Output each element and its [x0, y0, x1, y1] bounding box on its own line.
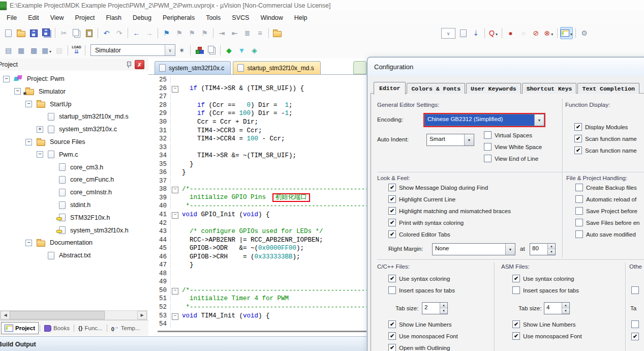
tree-item[interactable]: −Documentation — [0, 237, 93, 249]
tree-item[interactable]: system_stm32f10x.h — [0, 224, 129, 237]
checkbox-insert-spaces-for-tabs[interactable]: Insert spaces for tabs — [388, 284, 455, 296]
spin-up-icon[interactable] — [562, 303, 569, 308]
scrollbar-thumb[interactable] — [10, 311, 105, 319]
panel-tab-temp[interactable]: 0Temp... — [108, 323, 143, 334]
menu-edit[interactable]: Edit — [22, 12, 45, 23]
tree-item[interactable]: −StartUp — [0, 98, 71, 110]
quick-search-icon[interactable]: Q — [487, 27, 499, 39]
insert-bookmark-icon[interactable]: ⚑ — [161, 27, 172, 39]
pack-installer-icon[interactable]: ◆ — [223, 45, 235, 56]
checked-checkbox-icon[interactable] — [574, 147, 582, 154]
tree-item[interactable]: +system_stm32f10x.c — [0, 123, 117, 135]
other-files-checkbox[interactable] — [631, 318, 639, 330]
stop-build-icon[interactable]: ▨ — [53, 45, 65, 56]
checkbox-highlight-current-line[interactable]: Highlight Current Line — [388, 193, 511, 205]
uncomment-icon[interactable]: ≡ — [254, 27, 266, 39]
checked-checkbox-icon[interactable] — [512, 275, 520, 282]
collapse-icon[interactable]: − — [3, 76, 10, 82]
checked-checkbox-icon[interactable] — [574, 123, 582, 131]
tree-item[interactable]: −Project: Pwm — [0, 73, 65, 85]
find-text-icon[interactable] — [457, 27, 469, 39]
spin-down-icon[interactable] — [548, 249, 555, 255]
fold-collapse-icon[interactable]: − — [172, 313, 178, 320]
next-bookmark-icon[interactable]: ⚑ — [186, 27, 198, 39]
checkbox-automatic-reload-of[interactable]: Automatic reload of — [575, 193, 639, 205]
dialog-tab-text-completion[interactable]: Text Completion — [577, 83, 639, 94]
checked-checkbox-icon[interactable] — [388, 230, 396, 238]
close-icon[interactable]: ✗ — [135, 60, 144, 69]
collapse-icon[interactable]: − — [14, 88, 21, 95]
dialog-tab-user-keywords[interactable]: User Keywords — [466, 83, 521, 94]
editor-tab-startup-stm32f10x-md-s[interactable]: startup_stm32f10x_md.s — [233, 61, 320, 74]
clear-bookmarks-icon[interactable]: ⚑ — [199, 27, 210, 39]
collapse-icon[interactable]: − — [25, 139, 32, 145]
cpp-tab-size-spinner[interactable]: 2 — [422, 302, 448, 314]
unchecked-checkbox-icon[interactable] — [631, 320, 639, 328]
chevron-down-icon[interactable] — [165, 45, 175, 55]
right-margin-combobox[interactable]: None — [432, 243, 515, 255]
unchecked-checkbox-icon[interactable] — [484, 131, 492, 139]
download-icon[interactable] — [71, 45, 82, 56]
checkbox-show-line-numbers[interactable]: Show Line Numbers — [388, 318, 458, 330]
tree-item[interactable]: startup_stm32f10x_md.s — [0, 110, 129, 123]
disable-all-breakpoints-icon[interactable]: ⊘ — [530, 27, 542, 39]
checkbox-insert-spaces-for-tabs[interactable]: Insert spaces for tabs — [512, 284, 579, 296]
outdent-icon[interactable]: ⇤ — [229, 27, 240, 39]
chevron-down-icon[interactable] — [534, 114, 544, 126]
menu-svcs[interactable]: SVCS — [226, 12, 255, 23]
enable-disable-breakpoint-icon[interactable]: ○ — [517, 27, 529, 39]
comment-icon[interactable]: ≣ — [241, 27, 253, 39]
copy-icon[interactable] — [71, 27, 82, 39]
tree-item[interactable]: core_cmFunc.h — [0, 173, 114, 186]
checkbox-auto-save-modified[interactable]: Auto save modified — [575, 228, 639, 240]
unchecked-checkbox-icon[interactable] — [575, 207, 583, 215]
other-files-checkbox[interactable] — [631, 284, 639, 296]
kill-all-breakpoints-icon[interactable]: ⊗ — [543, 27, 555, 39]
tree-item[interactable]: STM32F10x.h — [0, 212, 110, 224]
spin-down-icon[interactable] — [440, 308, 447, 314]
update-packs-icon[interactable]: ◈ — [249, 45, 260, 56]
tree-item[interactable]: core_cmInstr.h — [0, 186, 112, 198]
checked-checkbox-icon[interactable] — [574, 135, 582, 142]
wrench-icon[interactable]: ⚙ — [578, 27, 590, 39]
tree-item[interactable]: Abstract.txt — [0, 249, 91, 261]
checkbox-colored-editor-tabs[interactable]: Colored Editor Tabs — [388, 228, 511, 240]
options-for-target-icon[interactable]: ✶ — [176, 45, 188, 56]
checkbox-show-line-numbers[interactable]: Show Line Numbers — [512, 318, 582, 330]
checkbox-view-end-of-line[interactable]: View End of Line — [484, 153, 542, 164]
select-packs-icon[interactable]: ▼ — [236, 45, 248, 56]
collapse-icon[interactable]: − — [25, 240, 32, 246]
target-select-combobox[interactable]: Simulator — [90, 44, 175, 56]
checkbox-use-monospaced-font[interactable]: Use monospaced Font — [388, 330, 458, 342]
checked-checkbox-icon[interactable] — [512, 332, 520, 340]
dialog-tab-colors-fonts[interactable]: Colors & Fonts — [407, 83, 465, 94]
menu-tools[interactable]: Tools — [200, 12, 226, 23]
manage-rte-icon[interactable] — [193, 45, 205, 56]
editor-tab-system-stm32f10x-c[interactable]: system_stm32f10x.c — [155, 61, 231, 74]
checked-checkbox-icon[interactable] — [388, 195, 396, 203]
other-files-checkbox[interactable] — [631, 331, 639, 342]
checkbox-scan-function-name[interactable]: Scan function name — [574, 133, 637, 144]
checked-checkbox-icon[interactable] — [388, 344, 396, 351]
unchecked-checkbox-icon[interactable] — [484, 143, 492, 151]
incremental-find-icon[interactable]: ⇣ — [470, 27, 482, 39]
spin-down-icon[interactable] — [562, 308, 569, 314]
unchecked-checkbox-icon[interactable] — [575, 230, 583, 238]
asm-tab-size-spinner[interactable]: 4 — [544, 302, 570, 314]
menu-flash[interactable]: Flash — [100, 12, 127, 23]
checked-checkbox-icon[interactable] — [512, 320, 520, 328]
menu-help[interactable]: Help — [289, 12, 313, 23]
chevron-down-icon[interactable] — [49, 46, 51, 54]
unchecked-checkbox-icon[interactable] — [512, 286, 520, 294]
navigate-back-icon[interactable]: ← — [131, 27, 142, 39]
chevron-down-icon[interactable] — [496, 29, 498, 37]
checked-checkbox-icon[interactable] — [388, 275, 396, 282]
translate-icon[interactable]: ▤ — [3, 45, 14, 56]
checkbox-use-syntax-coloring[interactable]: Use syntax coloring — [388, 273, 455, 284]
spin-up-icon[interactable] — [548, 244, 555, 249]
unchecked-checkbox-icon[interactable] — [388, 286, 396, 294]
tree-item[interactable]: core_cm3.h — [0, 161, 103, 173]
checkbox-highlight-matching-and-mismatched-braces[interactable]: Highlight matching and mismatched braces — [388, 205, 511, 217]
checkbox-use-monospaced-font[interactable]: Use monospaced Font — [512, 330, 582, 342]
spinner-buttons[interactable] — [562, 303, 569, 314]
